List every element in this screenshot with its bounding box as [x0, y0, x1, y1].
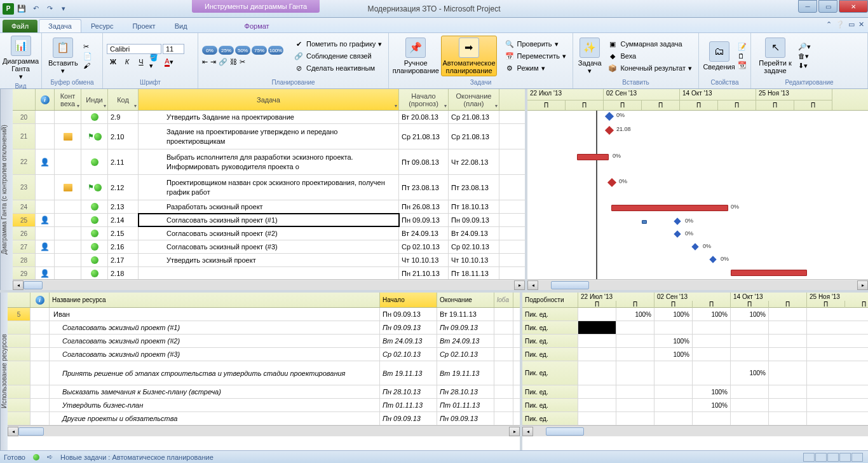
detail-row[interactable]: Пик. ед.100% [522, 348, 868, 361]
unlink-icon[interactable]: ⛓ [230, 58, 237, 66]
table-row[interactable]: 23⚑2.12Проектировщиком назван срок эскиз… [13, 175, 525, 200]
list-item[interactable]: 5ИванПн 09.09.13Вт 19.11.13 [8, 308, 520, 321]
format-painter-icon[interactable]: 🖌 [83, 62, 92, 69]
milestone-button[interactable]: ◆Веха [605, 50, 695, 62]
font-color-button[interactable]: А▾ [163, 55, 175, 68]
view-gantt-icon[interactable] [803, 453, 815, 462]
mode-button[interactable]: ⚙Режим ▾ [502, 62, 569, 74]
task-tab[interactable]: Задача [39, 19, 81, 32]
top-view-label[interactable]: Диаграмма Ганта (с контролем отклонений) [0, 89, 13, 290]
col-milestone[interactable]: Конт веха▾ [55, 89, 81, 110]
pct-25[interactable]: 25% [219, 46, 234, 55]
link-icon[interactable]: 🔗 [219, 58, 227, 66]
split-icon[interactable]: ✂ [240, 58, 245, 66]
qat-dropdown-icon[interactable]: ▾ [57, 3, 70, 15]
list-item[interactable]: Высказать замечания к Бизнес-плану (встр… [8, 385, 520, 399]
bcol-name[interactable]: Название ресурса [50, 293, 380, 307]
undo-icon[interactable]: ↶ [29, 3, 42, 15]
table-row[interactable]: 242.13Разработать эскизный проектПн 26.0… [13, 200, 525, 214]
detail-row[interactable]: Пик. ед.100% [522, 361, 868, 385]
list-item[interactable]: Принять решение об этапах строительства … [8, 361, 520, 385]
list-item[interactable]: Утвердить бизнес-планПт 01.11.13Пт 01.11… [8, 399, 520, 412]
maximize-button[interactable]: ▭ [818, 0, 837, 13]
view-sheet-icon[interactable] [839, 453, 851, 462]
respect-links-button[interactable]: 🔗Соблюдение связей [291, 50, 384, 62]
col-start[interactable]: Начало (прогноз)▾ [399, 89, 449, 110]
fill-color-button[interactable]: 🪣▾ [149, 55, 161, 68]
close-window-icon[interactable]: ✕ [858, 20, 864, 29]
detail-row[interactable]: Пик. ед.100% [522, 399, 868, 412]
pct-50[interactable]: 50% [235, 46, 250, 55]
detail-row[interactable]: Пик. ед. [522, 321, 868, 335]
col-task[interactable]: Задача▾ [139, 89, 399, 110]
col-rownum[interactable] [13, 89, 36, 110]
table-row[interactable]: 262.15Согласовать эскизный проект (#2)Вт… [13, 227, 525, 240]
bcol-start[interactable]: Начало [380, 293, 437, 307]
indent-icon[interactable]: ⇥ [210, 58, 216, 66]
bcol-finish[interactable]: Окончание [437, 293, 494, 307]
detail-row[interactable]: Пик. ед. [522, 412, 868, 425]
col-finish[interactable]: Окончание (план)▾ [449, 89, 499, 110]
information-button[interactable]: 🗂Сведения [703, 40, 735, 72]
list-item[interactable]: Согласовать эскизный проект (#2)Вт 24.09… [8, 335, 520, 348]
auto-schedule-button[interactable]: ➡Автоматическое планирование [441, 36, 496, 76]
deliverable-button[interactable]: 📦Конечный результат ▾ [605, 62, 695, 74]
notes-icon[interactable]: 📝 [738, 43, 747, 51]
resource-tab[interactable]: Ресурс [81, 19, 123, 32]
detail-row[interactable]: Пик. ед.100% [522, 335, 868, 348]
restore-window-icon[interactable]: ▭ [848, 20, 855, 29]
fill-icon[interactable]: ⬇▾ [798, 62, 811, 70]
save-icon[interactable]: 💾 [15, 3, 28, 15]
underline-button[interactable]: Ч [135, 55, 147, 68]
manual-schedule-button[interactable]: 📌Ручное планирование [393, 36, 438, 76]
details-header[interactable]: Подробности [522, 293, 578, 307]
project-tab[interactable]: Проект [123, 19, 165, 32]
inspect-button[interactable]: 🔍Проверить ▾ [502, 38, 569, 50]
font-name-select[interactable] [107, 44, 161, 54]
scroll-to-task-button[interactable]: ↖Перейти к задаче [755, 36, 796, 76]
detail-row[interactable]: Пик. ед.100% [522, 385, 868, 399]
table-row[interactable]: 25👤2.14Согласовать эскизный проект (#1)П… [13, 214, 525, 227]
details-icon[interactable]: 🗒 [738, 52, 747, 60]
gantt-chart[interactable]: 22 Июл '13ПП02 Сен '13ПП14 Окт '13ПП25 Н… [527, 89, 868, 290]
move-button[interactable]: 📅Переместить ▾ [502, 50, 569, 62]
insert-task-button[interactable]: ✨Задача▾ [577, 36, 602, 76]
table-row[interactable]: 202.9Утвердить Задание на проектирование… [13, 111, 525, 124]
col-code[interactable]: Код▾ [108, 89, 139, 110]
paste-button[interactable]: 📋Вставить▾ [46, 36, 81, 76]
view-team-icon[interactable] [827, 453, 839, 462]
redo-icon[interactable]: ↷ [43, 3, 56, 15]
pct-0[interactable]: 0% [202, 46, 217, 55]
bcol-info[interactable]: i [31, 293, 50, 307]
file-tab[interactable]: Файл [3, 20, 37, 32]
detail-row[interactable]: Пик. ед.100%100%100%100% [522, 308, 868, 321]
table-row[interactable]: 27👤2.16Согласовать эскизный проект (#3)С… [13, 240, 525, 254]
app-icon[interactable]: P [3, 3, 14, 15]
list-item[interactable]: Согласовать эскизный проект (#3)Ср 02.10… [8, 348, 520, 361]
table-row[interactable]: 29👤2.18Пн 21.10.13Пт 18.11.13 [13, 267, 525, 279]
bcol-rownum[interactable] [8, 293, 31, 307]
table-row[interactable]: 22👤2.11Выбрать исполнителя для разработк… [13, 149, 525, 175]
format-tab[interactable]: Формат [235, 19, 279, 32]
bottom-view-label[interactable]: Использование ресурсов [0, 293, 8, 450]
summary-task-button[interactable]: ▣Суммарная задача [605, 38, 695, 50]
task-hscroll[interactable]: ◂▸ [13, 279, 525, 290]
bold-button[interactable]: Ж [107, 55, 119, 68]
view-form-icon[interactable] [851, 453, 863, 462]
timeline-icon[interactable]: 📆 [738, 61, 747, 69]
usage-hscroll[interactable]: ◂▸ [522, 425, 868, 436]
minimize-ribbon-icon[interactable]: ⌃ [826, 20, 832, 29]
font-size-select[interactable] [163, 44, 184, 54]
table-row[interactable]: 21⚑2.10Задание на проектирование утвержд… [13, 124, 525, 149]
cut-icon[interactable]: ✂ [83, 43, 92, 51]
list-item[interactable]: Другие проекты и обязательстваПн 09.09.1… [8, 412, 520, 425]
inactivate-button[interactable]: ⊘Сделать неактивным [291, 62, 384, 74]
gantt-hscroll[interactable]: ◂▸ [527, 279, 868, 290]
pct-100[interactable]: 100% [268, 46, 283, 55]
pct-75[interactable]: 75% [252, 46, 267, 55]
minimize-button[interactable]: ─ [798, 0, 817, 13]
clear-icon[interactable]: 🗑▾ [798, 52, 811, 60]
col-info[interactable]: i [36, 89, 55, 110]
view-usage-icon[interactable] [815, 453, 827, 462]
mark-on-track-button[interactable]: ✔Пометить по графику ▾ [291, 38, 384, 50]
